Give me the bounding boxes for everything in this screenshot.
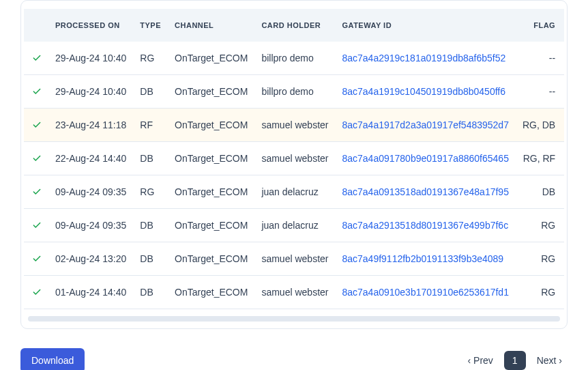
col-flag: FLAG	[516, 9, 562, 42]
status-cell	[24, 109, 48, 142]
type-cell: RF	[133, 109, 168, 142]
channel-cell: OnTarget_ECOM	[168, 242, 254, 276]
card-holder-cell: juan delacruz	[254, 209, 335, 242]
gateway-id-cell: 8ac7a4a0913518ad0191367e48a17f95	[335, 175, 515, 209]
channel-cell: OnTarget_ECOM	[168, 209, 254, 242]
table-row[interactable]: 09-Aug-24 09:35DBOnTarget_ECOMjuan delac…	[24, 209, 564, 242]
table-row[interactable]: 01-Aug-24 14:40DBOnTarget_ECOMsamuel web…	[24, 276, 564, 309]
card-holder-cell: samuel webster	[254, 109, 335, 142]
type-cell: RG	[133, 42, 168, 75]
gateway-id-cell: 8ac7a4a1919c104501919db8b0450ff6	[335, 75, 515, 109]
table-row[interactable]: 29-Aug-24 10:40DBOnTarget_ECOMbillpro de…	[24, 75, 564, 109]
type-cell: DB	[133, 276, 168, 309]
transactions-table: PROCESSED ON TYPE CHANNEL CARD HOLDER GA…	[24, 9, 564, 309]
gateway-id-link[interactable]: 8ac7a4a091780b9e01917a8860f65465	[342, 153, 508, 164]
check-icon	[31, 220, 42, 229]
status-cell	[24, 42, 48, 75]
type-cell: DB	[133, 242, 168, 276]
card-holder-cell: samuel webster	[254, 142, 335, 175]
flag-cell: RG	[516, 276, 562, 309]
processed-on-cell: 29-Aug-24 10:40	[48, 75, 133, 109]
table-row[interactable]: 29-Aug-24 10:40RGOnTarget_ECOMbillpro de…	[24, 42, 564, 75]
col-channel: CHANNEL	[168, 9, 254, 42]
flag-cell: RG, DB	[516, 109, 562, 142]
gateway-id-cell: 8ac7a4a1917d2a3a01917ef5483952d7	[335, 109, 515, 142]
table-scroll[interactable]: PROCESSED ON TYPE CHANNEL CARD HOLDER GA…	[24, 9, 564, 309]
processed-on-cell: 01-Aug-24 14:40	[48, 276, 133, 309]
gateway-id-cell: 8ac7a4a2919c181a01919db8af6b5f52	[335, 42, 515, 75]
gateway-id-link[interactable]: 8ac7a4a0913518ad0191367e48a17f95	[342, 186, 508, 197]
processed-on-cell: 23-Aug-24 11:18	[48, 109, 133, 142]
next-page-link[interactable]: Next ›	[531, 351, 568, 370]
gateway-id-link[interactable]: 8ac7a4a2913518d80191367e499b7f6c	[342, 220, 508, 231]
status-cell	[24, 209, 48, 242]
col-card-holder: CARD HOLDER	[254, 9, 335, 42]
channel-cell: OnTarget_ECOM	[168, 142, 254, 175]
channel-cell: OnTarget_ECOM	[168, 42, 254, 75]
check-icon	[31, 53, 42, 61]
check-icon	[31, 120, 42, 128]
gateway-id-link[interactable]: 8ac7a4a1917d2a3a01917ef5483952d7	[342, 119, 508, 130]
amount-cell: 20.00 EUR	[562, 242, 564, 276]
col-processed-on: PROCESSED ON	[48, 9, 133, 42]
status-cell	[24, 75, 48, 109]
amount-cell: 29.99 EUR	[562, 276, 564, 309]
card-holder-cell: juan delacruz	[254, 175, 335, 209]
flag-cell: RG, RF	[516, 142, 562, 175]
check-icon	[31, 254, 42, 262]
processed-on-cell: 02-Aug-24 13:20	[48, 242, 133, 276]
amount-cell: 50.00 EUR	[562, 75, 564, 109]
gateway-id-link[interactable]: 8ac7a4a2919c181a01919db8af6b5f52	[342, 53, 505, 63]
type-cell: RG	[133, 175, 168, 209]
status-cell	[24, 175, 48, 209]
pagination: ‹ Prev 1 Next ›	[462, 351, 568, 370]
flag-cell: --	[516, 42, 562, 75]
gateway-id-link[interactable]: 8ac7a4a0910e3b1701910e6253617fd1	[342, 287, 508, 298]
type-cell: DB	[133, 75, 168, 109]
amount-cell: --	[562, 175, 564, 209]
table-row[interactable]: 23-Aug-24 11:18RFOnTarget_ECOMsamuel web…	[24, 109, 564, 142]
channel-cell: OnTarget_ECOM	[168, 175, 254, 209]
channel-cell: OnTarget_ECOM	[168, 109, 254, 142]
flag-cell: RG	[516, 209, 562, 242]
card-holder-cell: samuel webster	[254, 242, 335, 276]
status-cell	[24, 242, 48, 276]
transactions-card: PROCESSED ON TYPE CHANNEL CARD HOLDER GA…	[20, 0, 568, 329]
gateway-id-link[interactable]: 8ac7a49f9112fb2b0191133f9b3e4089	[342, 253, 503, 264]
gateway-id-link[interactable]: 8ac7a4a1919c104501919db8b0450ff6	[342, 86, 505, 97]
current-page[interactable]: 1	[504, 351, 526, 370]
col-gateway-id: GATEWAY ID	[335, 9, 515, 42]
check-icon	[31, 287, 42, 296]
status-cell	[24, 276, 48, 309]
check-icon	[31, 187, 42, 195]
flag-cell: RG	[516, 242, 562, 276]
gateway-id-cell: 8ac7a4a2913518d80191367e499b7f6c	[335, 209, 515, 242]
amount-cell: 29.99 EUR	[562, 142, 564, 175]
gateway-id-cell: 8ac7a49f9112fb2b0191133f9b3e4089	[335, 242, 515, 276]
gateway-id-cell: 8ac7a4a0910e3b1701910e6253617fd1	[335, 276, 515, 309]
card-holder-cell: samuel webster	[254, 276, 335, 309]
status-cell	[24, 142, 48, 175]
amount-cell: -29.99 EUR	[562, 109, 564, 142]
table-row[interactable]: 09-Aug-24 09:35RGOnTarget_ECOMjuan delac…	[24, 175, 564, 209]
table-header-row: PROCESSED ON TYPE CHANNEL CARD HOLDER GA…	[24, 9, 564, 42]
prev-page-link[interactable]: ‹ Prev	[462, 351, 499, 370]
horizontal-scrollbar[interactable]	[28, 316, 560, 322]
download-button[interactable]: Download	[20, 348, 85, 370]
amount-cell: 29.99 EUR	[562, 209, 564, 242]
flag-cell: DB	[516, 175, 562, 209]
type-cell: DB	[133, 209, 168, 242]
channel-cell: OnTarget_ECOM	[168, 75, 254, 109]
footer-bar: Download ‹ Prev 1 Next ›	[20, 348, 568, 370]
col-type: TYPE	[133, 9, 168, 42]
channel-cell: OnTarget_ECOM	[168, 276, 254, 309]
check-icon	[31, 154, 42, 162]
table-row[interactable]: 22-Aug-24 14:40DBOnTarget_ECOMsamuel web…	[24, 142, 564, 175]
processed-on-cell: 22-Aug-24 14:40	[48, 142, 133, 175]
processed-on-cell: 09-Aug-24 09:35	[48, 175, 133, 209]
processed-on-cell: 29-Aug-24 10:40	[48, 42, 133, 75]
check-icon	[31, 87, 42, 95]
col-status	[24, 9, 48, 42]
card-holder-cell: billpro demo	[254, 42, 335, 75]
table-row[interactable]: 02-Aug-24 13:20DBOnTarget_ECOMsamuel web…	[24, 242, 564, 276]
